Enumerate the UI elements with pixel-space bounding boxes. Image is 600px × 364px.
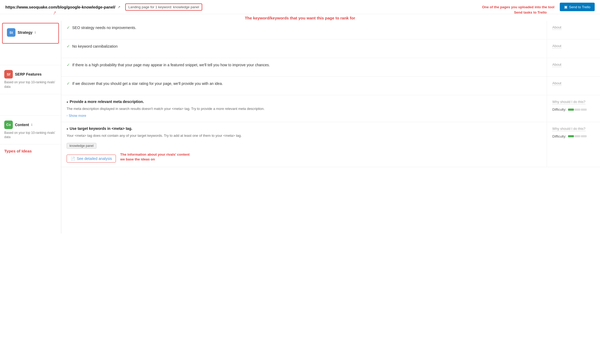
strategy-row-2: ✓ No keyword cannibalization About [61, 39, 600, 58]
bullet-icon-2: • [67, 127, 68, 131]
check-icon-1: ✓ [67, 25, 70, 30]
check-icon-4: ✓ [67, 81, 70, 86]
diff-seg-1b [574, 109, 580, 111]
strategy-icon: St [7, 28, 15, 37]
why-link-1[interactable]: Why should I do this? [552, 100, 585, 104]
about-link-4[interactable]: About [552, 81, 561, 86]
diff-seg-2a [568, 135, 574, 137]
strategy-text-2: No keyword cannibalization [72, 44, 117, 49]
difficulty-bar-1 [568, 109, 587, 111]
annotation-uploaded-pages: One of the pages you uploaded into the t… [482, 5, 554, 9]
document-icon: 📄 [71, 156, 75, 161]
annotation-rivals: The information about your rivals' conte… [120, 152, 195, 162]
content-desc-1: The meta description displayed in search… [67, 106, 541, 111]
sidebar-section-content: Co Content ℹ Based on your top 10-rankin… [0, 115, 61, 145]
diff-seg-2b [574, 135, 580, 137]
serp-text-2: If we discover that you should get a sta… [72, 81, 223, 86]
send-to-trello-button[interactable]: ▣ Send to Trello [560, 3, 595, 11]
external-link-icon[interactable]: ↗ [117, 5, 120, 9]
difficulty-bar-2 [568, 135, 587, 137]
sidebar-section-strategy: St Strategy ℹ [2, 23, 59, 44]
content-title: Content [15, 123, 29, 127]
check-icon-2: ✓ [67, 44, 70, 49]
trello-icon: ▣ [564, 5, 567, 9]
content-title-2: Use target keywords in <meta> tag. [70, 126, 132, 131]
diff-seg-2c [581, 135, 587, 137]
keyword-badge: Landing page for 1 keyword: knowledge pa… [125, 3, 202, 11]
strategy-info-icon[interactable]: ℹ [35, 31, 36, 34]
diff-seg-1a [568, 109, 574, 111]
chevron-right-icon: › [67, 114, 68, 117]
serp-subtitle: Based on your top 10-ranking rivals' dat… [4, 80, 57, 89]
show-more-button[interactable]: › Show more [67, 114, 86, 118]
content-subtitle: Based on your top 10-ranking rivals' dat… [4, 131, 57, 140]
content-row-1: • Provide a more relevant meta descripti… [61, 95, 600, 122]
types-of-ideas-label: Types of Ideas [0, 144, 61, 158]
page-url: https://www.seoquake.com/blog/google-kno… [5, 5, 115, 9]
diff-seg-1c [581, 109, 587, 111]
serp-text-1: If there is a high probability that your… [72, 62, 270, 68]
about-link-3[interactable]: About [552, 63, 561, 67]
strategy-text-1: SEO strategy needs no improvements. [72, 25, 136, 31]
content-title-1: Provide a more relevant meta description… [70, 100, 144, 104]
serp-title: SERP Features [15, 72, 42, 76]
strategy-row-1: ✓ SEO strategy needs no improvements. Ab… [61, 21, 600, 39]
content-desc-2: Your <meta> tag does not contain any of … [67, 133, 541, 138]
content-row-2: • Use target keywords in <meta> tag. You… [61, 122, 600, 167]
bullet-icon-1: • [67, 100, 68, 105]
keyword-tag: knowledge panel [67, 143, 96, 149]
serp-row-1: ✓ If there is a high probability that yo… [61, 58, 600, 77]
serp-icon: Sf [4, 70, 13, 78]
content-icon: Co [4, 121, 13, 129]
check-icon-3: ✓ [67, 63, 70, 67]
content-info-icon[interactable]: ℹ [31, 123, 33, 127]
sidebar-section-serp: Sf SERP Features Based on your top 10-ra… [0, 65, 61, 94]
serp-row-2: ✓ If we discover that you should get a s… [61, 77, 600, 95]
annotation-send-trello: Send tasks to Trello [514, 10, 547, 14]
annotation-keyword-rank: The keyword/keywords that you want this … [245, 16, 355, 20]
strategy-title: Strategy [18, 30, 33, 35]
difficulty-label-1: Difficulty: [552, 107, 566, 111]
difficulty-label-2: Difficulty: [552, 134, 566, 138]
about-link-1[interactable]: About [552, 25, 561, 30]
see-detailed-analysis-button[interactable]: 📄 See detailed analysis [67, 155, 116, 163]
about-link-2[interactable]: About [552, 44, 561, 48]
why-link-2[interactable]: Why should I do this? [552, 127, 585, 131]
